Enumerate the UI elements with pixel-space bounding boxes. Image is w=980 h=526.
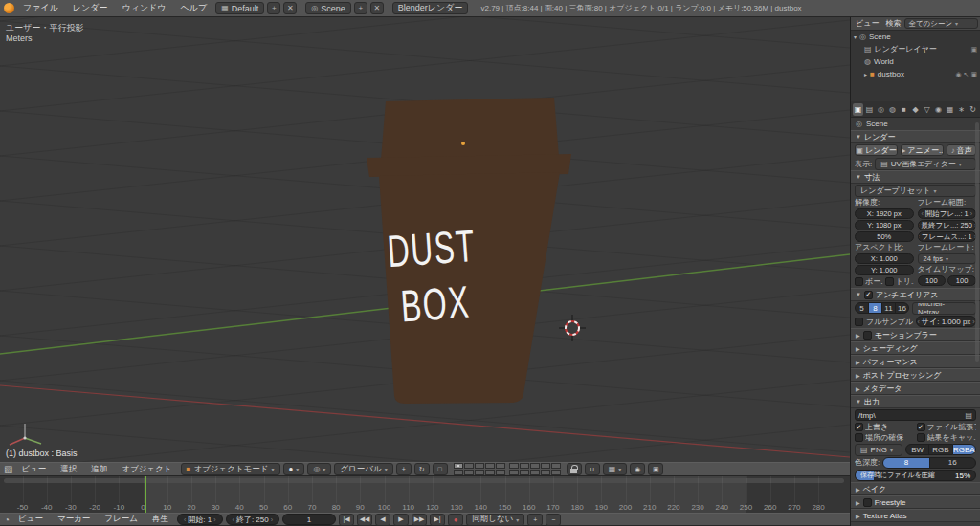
- tab-object-icon[interactable]: ■: [899, 103, 909, 116]
- menu-render[interactable]: レンダー: [67, 2, 114, 14]
- aspect-y-field[interactable]: Y: 1.000: [855, 265, 914, 275]
- layer-toggle[interactable]: [496, 470, 505, 475]
- outliner-menu-view[interactable]: ビュー: [853, 18, 881, 29]
- layer-toggle[interactable]: [485, 470, 495, 475]
- blender-logo-icon[interactable]: [4, 3, 14, 13]
- color-mode-bw-button[interactable]: BW: [905, 444, 929, 455]
- color-mode-rgb-button[interactable]: RGB: [928, 444, 952, 455]
- file-format-dropdown[interactable]: ▤ PNG ▾: [855, 444, 902, 456]
- tab-render-layers-icon[interactable]: ▤: [864, 103, 875, 116]
- expand-icon[interactable]: ▾: [854, 33, 857, 40]
- visibility-eye-icon[interactable]: ◉: [955, 71, 961, 78]
- panel-antialiasing-header[interactable]: ▼ ✓ アンチエイリアス: [851, 288, 980, 301]
- timeline-menu-marker[interactable]: マーカー: [52, 514, 96, 525]
- motion-blur-checkbox[interactable]: [863, 331, 872, 340]
- resolution-x-field[interactable]: X: 1920 px: [855, 208, 914, 219]
- transform-orientation-dropdown[interactable]: グローバル ▾: [334, 463, 392, 475]
- play-button[interactable]: ▶: [393, 514, 409, 526]
- depth-16-button[interactable]: 16: [929, 457, 976, 469]
- tab-physics-icon[interactable]: ↻: [968, 103, 978, 116]
- view3d-menu-select[interactable]: 選択: [55, 464, 82, 475]
- output-path-field[interactable]: /tmp\ ▤: [855, 409, 976, 421]
- aa-size-field[interactable]: ‹サイ: 1.000 px›: [916, 316, 976, 327]
- tab-data-icon[interactable]: ▽: [922, 103, 932, 116]
- aa-samples-11-button[interactable]: 11: [881, 302, 896, 314]
- tab-material-icon[interactable]: ◉: [933, 103, 944, 116]
- panel-texture-atlas-header[interactable]: ▶ Texture Atlas: [851, 509, 980, 522]
- tab-scene-icon[interactable]: ◎: [876, 103, 886, 116]
- view3d-menu-add[interactable]: 追加: [85, 464, 113, 475]
- fps-dropdown[interactable]: 24 fps▾: [918, 253, 977, 264]
- layer-toggle[interactable]: [464, 470, 474, 475]
- layer-toggle[interactable]: [475, 470, 484, 475]
- sync-dropdown[interactable]: 同期しない ▾: [466, 514, 524, 526]
- timeline-menu-frame[interactable]: フレーム: [99, 514, 144, 525]
- panel-bake-header[interactable]: ▶ ベイク: [851, 482, 980, 495]
- screen-layout-dropdown[interactable]: ▦ Default: [215, 2, 264, 14]
- panel-output-header[interactable]: ▼ 出力: [851, 395, 980, 408]
- layer-toggle[interactable]: [520, 463, 529, 469]
- layer-toggle[interactable]: [454, 463, 463, 469]
- compression-slider[interactable]: 保存時にファイルを圧縮 15%: [855, 470, 976, 481]
- layer-toggle[interactable]: [509, 470, 519, 475]
- next-keyframe-button[interactable]: ▶▶: [412, 514, 427, 526]
- layer-toggle[interactable]: [475, 463, 484, 469]
- frame-end-field[interactable]: ‹最終フレ...: 250›: [918, 220, 977, 230]
- delete-layout-button[interactable]: ✕: [283, 2, 297, 14]
- frame-step-field[interactable]: ‹フレームス...: 1›: [918, 231, 977, 242]
- current-frame-indicator[interactable]: [145, 476, 146, 513]
- layer-toggle[interactable]: [520, 470, 529, 475]
- remap-old-field[interactable]: 100: [918, 275, 947, 286]
- view3d-menu-object[interactable]: オブジェクト: [116, 464, 177, 475]
- freestyle-checkbox[interactable]: [863, 498, 872, 507]
- add-layout-button[interactable]: +: [267, 2, 280, 14]
- add-scene-button[interactable]: +: [354, 2, 368, 14]
- layer-toggle[interactable]: [541, 463, 550, 469]
- tab-world-icon[interactable]: ◍: [887, 103, 898, 116]
- snap-element-dropdown[interactable]: ▦ ▾: [603, 463, 628, 475]
- render-audio-button[interactable]: ♪ 音声: [947, 144, 976, 156]
- depth-8-button[interactable]: 8: [882, 457, 929, 469]
- viewport-3d[interactable]: DUST BOX ユーザー・平行投影 Meters (1) dustbo: [0, 17, 850, 462]
- dustbox-object[interactable]: DUST BOX: [367, 98, 571, 404]
- insert-keyframe-button[interactable]: +: [527, 514, 543, 526]
- full-sample-checkbox[interactable]: [855, 318, 863, 326]
- layer-toggle[interactable]: [530, 463, 540, 469]
- timeline-menu-playback[interactable]: 再生: [146, 514, 174, 525]
- crop-checkbox[interactable]: [885, 277, 894, 286]
- layer-toggle[interactable]: [551, 470, 561, 475]
- render-preset-dropdown[interactable]: レンダープリセット ▾: [855, 185, 976, 197]
- layer-toggle[interactable]: [454, 470, 463, 475]
- layer-toggle[interactable]: [541, 470, 550, 475]
- layer-toggle[interactable]: [496, 463, 505, 469]
- panel-metadata-header[interactable]: ▶ メタデータ: [851, 382, 980, 395]
- manipulator-translate-button[interactable]: +: [396, 463, 412, 475]
- cache-result-checkbox[interactable]: [917, 433, 925, 442]
- jump-to-end-button[interactable]: ▶|: [430, 514, 445, 526]
- frame-start-field[interactable]: ‹開始フレ...: 1›: [918, 208, 977, 219]
- timeline-scrollbar[interactable]: [4, 478, 844, 483]
- placeholders-checkbox[interactable]: [855, 433, 863, 442]
- aa-filter-dropdown[interactable]: Mitchell-Netrav...: [912, 302, 976, 315]
- tab-modifiers-icon[interactable]: ◆: [910, 103, 921, 116]
- menu-help[interactable]: ヘルプ: [175, 2, 213, 14]
- folder-icon[interactable]: ▤: [965, 411, 972, 420]
- viewport-shading-dropdown[interactable]: ● ▾: [283, 463, 305, 475]
- auto-keyframe-button[interactable]: ●: [448, 514, 463, 526]
- outliner-item-world[interactable]: ◍ World: [851, 55, 980, 68]
- outliner-item-scene[interactable]: ▾ ◎ Scene: [851, 31, 980, 43]
- panel-motion-blur-header[interactable]: ▶ モーションブラー: [851, 328, 980, 341]
- editor-type-timeline-icon[interactable]: ◔: [4, 515, 10, 525]
- timeline-menu-view[interactable]: ビュー: [12, 514, 49, 525]
- opengl-render-button[interactable]: ◉: [630, 463, 645, 475]
- color-mode-rgba-button[interactable]: RGBA: [952, 444, 976, 455]
- outliner-item-dustbox[interactable]: ▸ ■ dustbox ◉ ↖ ▣: [851, 68, 980, 80]
- tab-render-icon[interactable]: ▣: [853, 103, 863, 116]
- prev-keyframe-button[interactable]: ◀◀: [357, 514, 372, 526]
- render-restrict-icon[interactable]: ▣: [970, 46, 977, 54]
- start-frame-field[interactable]: ‹開始: 1›: [177, 514, 223, 525]
- render-button[interactable]: ▣ レンダー: [855, 144, 898, 156]
- render-engine-dropdown[interactable]: Blenderレンダー: [392, 2, 469, 14]
- outliner-filter-dropdown[interactable]: 全てのシーン ▾: [904, 18, 978, 29]
- resolution-y-field[interactable]: Y: 1080 px: [855, 220, 914, 230]
